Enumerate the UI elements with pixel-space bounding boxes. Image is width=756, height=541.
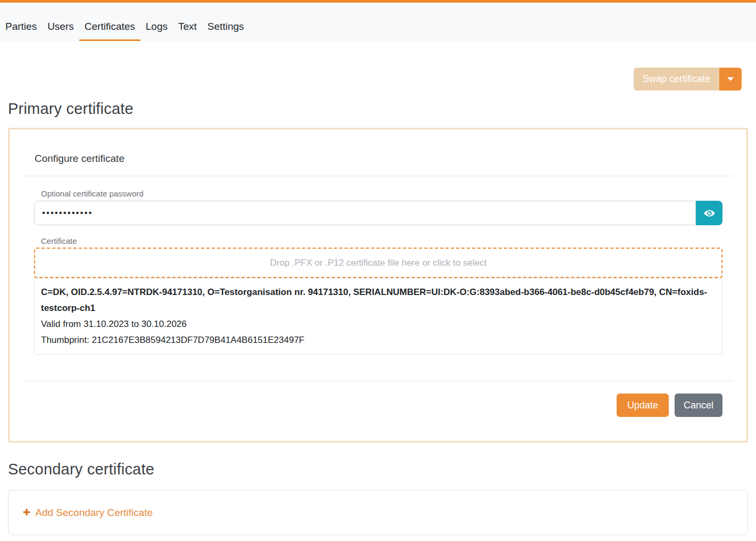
certificate-password-input[interactable] [34,201,696,225]
primary-certificate-panel-body: Configure certificate Optional certifica… [10,129,746,441]
divider-bottom [23,381,733,381]
tab-parties[interactable]: Parties [0,21,42,41]
toggle-password-visibility-button[interactable] [696,201,722,225]
certificate-validity: Valid from 31.10.2023 to 30.10.2026 [41,316,716,332]
certificate-info-box: C=DK, OID.2.5.4.97=NTRDK-94171310, O=Tes… [34,278,722,355]
password-label: Optional certificate password [41,189,722,198]
add-secondary-certificate-label: Add Secondary Certificate [35,507,153,519]
password-input-group [34,201,722,225]
certificate-actions-row: Swap certificate [8,68,742,91]
tab-text[interactable]: Text [173,21,202,41]
tab-settings[interactable]: Settings [202,21,250,41]
add-secondary-certificate-link[interactable]: ✚ Add Secondary Certificate [23,507,153,519]
configure-certificate-heading: Configure certificate [35,153,733,165]
dropzone-text: Drop .PFX or .P12 certificate file here … [270,258,486,268]
cancel-button[interactable]: Cancel [675,394,722,417]
certificate-thumbprint: Thumbprint: 21C2167E3B8594213DF7D79B41A4… [41,332,716,348]
tab-users[interactable]: Users [42,21,79,41]
certificate-label: Certificate [41,236,722,245]
main-nav: Parties Users Certificates Logs Text Set… [0,3,756,41]
plus-icon: ✚ [23,507,30,518]
certificate-subject: C=DK, OID.2.5.4.97=NTRDK-94171310, O=Tes… [41,284,716,316]
swap-certificate-dropdown-toggle[interactable] [719,68,742,91]
certificate-dropzone[interactable]: Drop .PFX or .P12 certificate file here … [34,248,722,278]
secondary-certificate-title: Secondary certificate [8,461,748,478]
eye-icon [703,207,716,219]
form-buttons-row: Update Cancel [23,394,722,417]
divider-top [23,176,733,176]
secondary-certificate-panel: ✚ Add Secondary Certificate [8,490,748,535]
tab-logs[interactable]: Logs [140,21,173,41]
update-button[interactable]: Update [617,394,669,417]
swap-certificate-button[interactable]: Swap certificate [634,68,719,91]
certificate-form: Optional certificate password [23,189,733,355]
content-area: Swap certificate Primary certificate Con… [0,68,756,535]
primary-certificate-panel: Configure certificate Optional certifica… [8,128,748,442]
primary-certificate-title: Primary certificate [8,100,748,118]
chevron-down-icon [727,77,734,81]
tab-certificates[interactable]: Certificates [79,21,140,41]
page: Parties Users Certificates Logs Text Set… [0,0,756,541]
